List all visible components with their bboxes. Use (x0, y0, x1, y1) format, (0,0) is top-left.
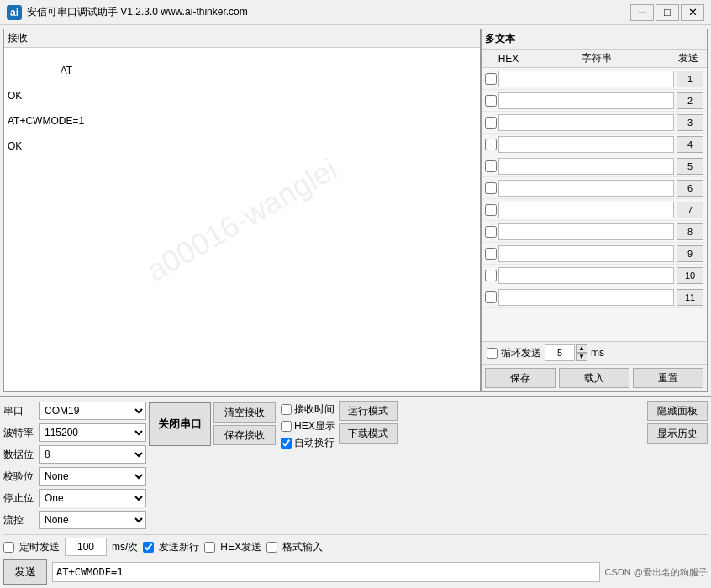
multitext-text-input-7[interactable] (498, 202, 674, 218)
receive-content: AT OK AT+CWMODE=1 OK a00016-wanglei (4, 48, 480, 391)
recv-time-option: 接收时间 (281, 402, 335, 417)
multitext-hex-checkbox-1[interactable] (485, 73, 497, 85)
multitext-row-2: 2 (482, 90, 707, 112)
multitext-text-input-2[interactable] (498, 92, 674, 109)
baud-select[interactable]: 115200 (39, 423, 146, 442)
multitext-row-10: 10 (482, 265, 707, 286)
multitext-column-headers: HEX 字符串 发送 (482, 50, 707, 68)
format-input-checkbox[interactable] (266, 542, 277, 553)
multitext-send-btn-3[interactable]: 3 (677, 114, 703, 131)
multitext-text-input-10[interactable] (498, 267, 674, 284)
reset-button[interactable]: 重置 (633, 368, 703, 388)
app-title: 安信可串口调试助手 V1.2.3.0 www.ai-thinker.com (27, 5, 630, 19)
app-icon: ai (7, 5, 22, 20)
receive-panel: 接收 AT OK AT+CWMODE=1 OK a00016-wanglei (3, 29, 481, 392)
save-button[interactable]: 保存 (485, 368, 556, 388)
multitext-text-input-8[interactable] (498, 223, 674, 240)
multitext-hex-checkbox-9[interactable] (485, 248, 497, 260)
multitext-text-input-3[interactable] (498, 114, 674, 131)
receive-label: 接收 (4, 29, 480, 48)
multitext-text-input-5[interactable] (498, 158, 674, 175)
newline-label: 发送新行 (159, 540, 199, 554)
data-bits-select[interactable]: 8 (39, 445, 146, 464)
multitext-row-4: 4 (482, 134, 707, 155)
recv-time-label: 接收时间 (294, 402, 334, 417)
multitext-send-btn-10[interactable]: 10 (677, 267, 703, 284)
loop-value-spinner: ▲ ▼ (545, 344, 587, 361)
load-button[interactable]: 载入 (559, 368, 629, 388)
multitext-row-11: 11 (482, 286, 707, 308)
top-area: 接收 AT OK AT+CWMODE=1 OK a00016-wanglei 多… (0, 25, 711, 396)
col-str-label: 字符串 (520, 51, 673, 66)
timed-send-input[interactable] (65, 538, 107, 556)
stop-bits-select[interactable]: One (39, 489, 146, 507)
auto-newline-checkbox[interactable] (281, 438, 292, 449)
multitext-send-btn-4[interactable]: 4 (677, 136, 703, 153)
send-cmd-row: 发送 CSDN @爱出名的狗腿子 (3, 559, 708, 585)
multitext-header: 多文本 (482, 29, 707, 50)
loop-send-checkbox[interactable] (487, 348, 498, 359)
multitext-send-btn-5[interactable]: 5 (677, 158, 703, 175)
multitext-send-btn-6[interactable]: 6 (677, 180, 703, 197)
save-receive-button[interactable]: 保存接收 (213, 425, 276, 445)
newline-checkbox[interactable] (143, 542, 154, 553)
serial-params: 串口 COM19 波特率 115200 数据位 8 (3, 401, 146, 530)
command-input[interactable] (52, 562, 600, 582)
multitext-text-input-4[interactable] (498, 136, 674, 153)
hide-panel-button[interactable]: 隐藏面板 (647, 401, 708, 421)
close-button[interactable]: ✕ (681, 4, 704, 21)
copyright-text: CSDN @爱出名的狗腿子 (605, 566, 708, 579)
multitext-send-btn-7[interactable]: 7 (677, 202, 703, 218)
port-label: 串口 (3, 404, 39, 418)
window-controls: ─ □ ✕ (630, 4, 704, 21)
multitext-row-7: 7 (482, 199, 707, 221)
flow-select[interactable]: None (39, 511, 146, 529)
multitext-send-btn-2[interactable]: 2 (677, 92, 703, 109)
hex-send-checkbox[interactable] (204, 542, 215, 553)
hex-display-checkbox[interactable] (281, 421, 292, 432)
watermark: a00016-wanglei (140, 151, 343, 288)
multitext-hex-checkbox-8[interactable] (485, 226, 497, 238)
multitext-panel: 多文本 HEX 字符串 发送 1234567891011 循环发送 ▲ ▼ (481, 29, 708, 392)
multitext-send-btn-9[interactable]: 9 (677, 245, 703, 262)
show-history-button[interactable]: 显示历史 (647, 423, 708, 444)
multitext-text-input-1[interactable] (498, 71, 674, 87)
multitext-hex-checkbox-4[interactable] (485, 139, 497, 150)
open-close-port-button[interactable]: 关闭串口 (149, 402, 211, 446)
multitext-send-btn-1[interactable]: 1 (677, 71, 703, 87)
multitext-hex-checkbox-6[interactable] (485, 182, 497, 194)
main-container: 接收 AT OK AT+CWMODE=1 OK a00016-wanglei 多… (0, 25, 711, 588)
timed-send-checkbox[interactable] (3, 542, 14, 553)
parity-select[interactable]: None (39, 467, 146, 486)
parity-row: 校验位 None (3, 466, 146, 486)
hex-display-option: HEX显示 (281, 419, 335, 433)
spin-up-button[interactable]: ▲ (576, 344, 587, 353)
clear-receive-button[interactable]: 清空接收 (213, 402, 276, 423)
download-mode-button[interactable]: 下载模式 (339, 423, 398, 444)
run-mode-button[interactable]: 运行模式 (339, 401, 398, 421)
minimize-button[interactable]: ─ (630, 4, 654, 21)
recv-time-checkbox[interactable] (281, 404, 292, 415)
maximize-button[interactable]: □ (656, 4, 679, 21)
multitext-hex-checkbox-5[interactable] (485, 160, 497, 172)
multitext-send-btn-11[interactable]: 11 (677, 289, 703, 306)
multitext-hex-checkbox-10[interactable] (485, 270, 497, 281)
multitext-text-input-6[interactable] (498, 180, 674, 197)
right-panel-buttons: 隐藏面板 显示历史 (647, 401, 708, 444)
port-select[interactable]: COM19 (39, 402, 146, 420)
multitext-hex-checkbox-11[interactable] (485, 291, 497, 303)
timed-send-label: 定时发送 (19, 540, 60, 554)
multitext-hex-checkbox-3[interactable] (485, 117, 497, 129)
multitext-send-btn-8[interactable]: 8 (677, 223, 703, 240)
multitext-hex-checkbox-7[interactable] (485, 204, 497, 216)
send-button[interactable]: 发送 (3, 559, 47, 585)
port-btn-container: 关闭串口 (146, 402, 213, 446)
hex-display-label: HEX显示 (294, 419, 335, 433)
spin-down-button[interactable]: ▼ (576, 353, 587, 361)
spin-arrows: ▲ ▼ (576, 344, 587, 361)
multitext-text-input-11[interactable] (498, 289, 674, 306)
multitext-text-input-9[interactable] (498, 245, 674, 262)
format-input-label: 格式输入 (282, 540, 323, 554)
loop-value-input[interactable] (545, 344, 575, 361)
multitext-hex-checkbox-2[interactable] (485, 95, 497, 107)
